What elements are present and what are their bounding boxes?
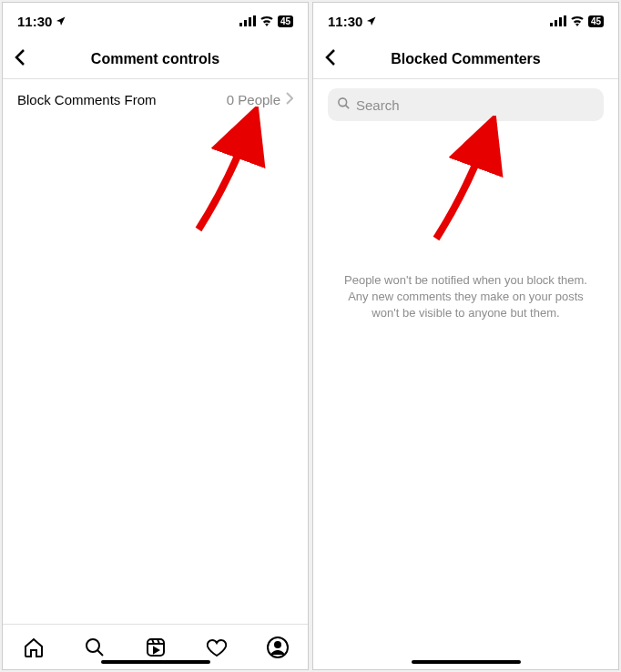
location-icon	[56, 14, 66, 29]
back-button[interactable]	[14, 48, 26, 70]
status-time: 11:30	[17, 14, 52, 29]
home-indicator[interactable]	[412, 660, 521, 664]
search-icon	[337, 97, 351, 114]
search-tab-icon[interactable]	[84, 636, 106, 658]
chevron-right-icon	[286, 92, 293, 107]
page-title: Comment controls	[91, 51, 219, 67]
status-bar: 11:30 45	[3, 3, 308, 39]
info-text: People won't be notified when you block …	[313, 272, 618, 322]
svg-point-5	[87, 639, 99, 652]
nav-header: Blocked Commenters	[313, 39, 618, 79]
svg-point-13	[339, 97, 347, 106]
svg-rect-1	[244, 20, 247, 26]
svg-rect-11	[559, 17, 562, 26]
svg-rect-6	[148, 639, 164, 656]
svg-rect-12	[564, 15, 566, 26]
battery-badge: 45	[278, 15, 293, 27]
home-indicator[interactable]	[101, 660, 210, 664]
svg-rect-0	[239, 23, 242, 26]
annotation-arrow	[422, 116, 504, 243]
annotation-arrow	[185, 107, 267, 234]
search-input[interactable]: Search	[328, 88, 604, 121]
signal-icon	[239, 14, 256, 29]
profile-tab-icon[interactable]	[267, 636, 289, 658]
block-comments-from-row[interactable]: Block Comments From 0 People	[3, 79, 308, 120]
content-area: Block Comments From 0 People	[3, 79, 308, 624]
status-bar: 11:30 45	[313, 3, 618, 39]
content-area: Search People won't be notified when you…	[313, 79, 618, 669]
signal-icon	[550, 14, 566, 29]
nav-header: Comment controls	[3, 39, 308, 79]
page-title: Blocked Commenters	[391, 51, 541, 67]
status-time: 11:30	[328, 14, 362, 29]
row-value: 0 People	[227, 92, 280, 107]
svg-rect-10	[555, 20, 557, 26]
activity-tab-icon[interactable]	[206, 636, 228, 658]
wifi-icon	[570, 14, 585, 29]
svg-rect-9	[550, 23, 553, 26]
home-tab-icon[interactable]	[23, 636, 45, 658]
svg-point-8	[274, 641, 281, 648]
row-label: Block Comments From	[17, 92, 157, 107]
location-icon	[366, 14, 377, 29]
svg-rect-3	[253, 15, 256, 26]
phone-screen-comment-controls: 11:30 45 Comment controls Block Comments…	[2, 2, 309, 670]
svg-rect-2	[249, 17, 251, 26]
wifi-icon	[260, 14, 274, 29]
phone-screen-blocked-commenters: 11:30 45 Blocked Commenters Search	[312, 2, 619, 670]
battery-badge: 45	[588, 15, 604, 27]
reels-tab-icon[interactable]	[145, 636, 167, 658]
back-button[interactable]	[324, 48, 337, 70]
search-placeholder: Search	[356, 97, 400, 113]
